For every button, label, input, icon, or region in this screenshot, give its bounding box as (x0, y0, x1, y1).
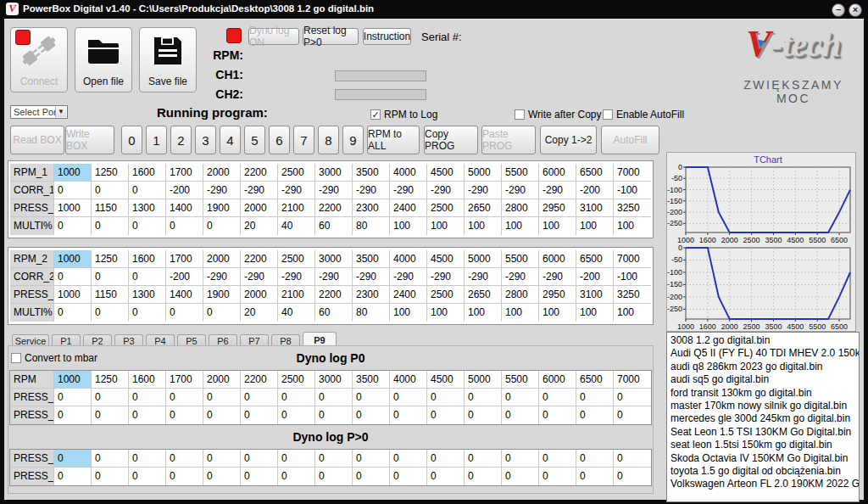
table-cell[interactable]: 1250 (92, 164, 129, 181)
table-cell[interactable]: 0 (390, 450, 427, 467)
table-cell[interactable]: 0 (390, 389, 427, 406)
table-cell[interactable]: 0 (129, 304, 166, 322)
table-cell[interactable]: 1250 (92, 250, 129, 267)
table-cell[interactable]: 1700 (166, 250, 203, 267)
table-cell[interactable]: 3250 (614, 286, 651, 303)
table-cell[interactable]: 1900 (203, 286, 241, 303)
table-cell[interactable]: 0 (353, 468, 390, 485)
table-cell[interactable]: 100 (576, 304, 614, 322)
table-cell[interactable]: 0 (353, 389, 390, 406)
table-cell[interactable]: 0 (427, 406, 465, 424)
table-cell[interactable]: 4500 (427, 371, 465, 388)
table-cell[interactable]: 1000 (54, 371, 92, 388)
table-cell[interactable]: 0 (203, 217, 241, 235)
table-cell[interactable]: 0 (390, 406, 427, 424)
table-cell[interactable]: 0 (539, 389, 576, 406)
write-box-button[interactable]: Write BOX (65, 126, 114, 154)
table-cell[interactable]: 6000 (539, 371, 576, 388)
table-cell[interactable]: 0 (203, 406, 241, 424)
table-cell[interactable]: 3000 (315, 371, 353, 388)
table-cell[interactable]: 0 (576, 468, 614, 485)
table-cell[interactable]: 0 (315, 406, 353, 424)
file-list-item[interactable]: audi sq5 go digital.bin (670, 373, 855, 386)
table-cell[interactable]: 0 (427, 389, 465, 406)
table-cell[interactable]: 6500 (576, 371, 614, 388)
table-cell[interactable]: 0 (92, 468, 129, 485)
title-bar[interactable]: V PowerBox Digital v1.40 - C:\Users\Prod… (0, 0, 868, 19)
table-cell[interactable]: 3500 (353, 371, 390, 388)
table-cell[interactable]: 2500 (278, 164, 315, 181)
rpm-to-all-button[interactable]: RPM to ALL (367, 126, 420, 154)
table-cell[interactable]: 6000 (539, 250, 576, 267)
table-cell[interactable]: -200 (576, 182, 614, 199)
table-cell[interactable]: 0 (166, 450, 203, 467)
table-cell[interactable]: 0 (203, 389, 241, 406)
table-cell[interactable]: -290 (465, 268, 502, 285)
file-list-item[interactable]: audi q8 286km 2023 go digital.bin (670, 361, 855, 373)
table-cell[interactable]: 0 (502, 450, 539, 467)
table-cell[interactable]: -290 (278, 268, 315, 285)
table-cell[interactable]: 100 (390, 304, 427, 322)
digit-button-0[interactable]: 0 (121, 126, 142, 154)
table-cell[interactable]: 20 (241, 217, 278, 235)
table-cell[interactable]: -290 (353, 182, 390, 199)
file-list-item[interactable]: Volkswagen Arteon FL 2.0 190KM 2022 Go D… (670, 478, 855, 490)
table-cell[interactable]: 1000 (54, 164, 92, 181)
table-cell[interactable]: 2200 (241, 371, 278, 388)
table-cell[interactable]: -290 (539, 268, 576, 285)
table-cell[interactable]: 2500 (427, 199, 465, 216)
table-cell[interactable]: 40 (278, 217, 315, 235)
table-cell[interactable]: -290 (315, 182, 353, 199)
read-box-button[interactable]: Read BOX (10, 126, 64, 154)
table-cell[interactable]: 0 (539, 450, 576, 467)
table-cell[interactable]: 1600 (129, 164, 166, 181)
table-cell[interactable]: 2950 (539, 286, 576, 303)
table-cell[interactable]: 1400 (166, 286, 203, 303)
table-cell[interactable]: 100 (539, 217, 576, 235)
table-cell[interactable]: 0 (353, 406, 390, 424)
table-cell[interactable]: 5000 (465, 164, 502, 181)
table-cell[interactable]: 4000 (390, 250, 427, 267)
table-cell[interactable]: 0 (241, 468, 278, 485)
table-cell[interactable]: 7000 (614, 250, 651, 267)
table-cell[interactable]: 1700 (166, 164, 203, 181)
table-cell[interactable]: 1700 (166, 371, 203, 388)
table-cell[interactable]: 0 (278, 450, 315, 467)
table-cell[interactable]: 5000 (465, 250, 502, 267)
table-cell[interactable]: 0 (54, 182, 92, 199)
table-cell[interactable]: 1600 (129, 371, 166, 388)
table-cell[interactable]: 0 (54, 304, 92, 322)
table-cell[interactable]: 60 (315, 304, 353, 322)
table-cell[interactable]: 5500 (502, 164, 539, 181)
table-cell[interactable]: 2650 (465, 199, 502, 216)
table-cell[interactable]: 2200 (315, 286, 353, 303)
table-cell[interactable]: 0 (539, 468, 576, 485)
minimize-button[interactable]: – (832, 3, 845, 17)
table-cell[interactable]: 0 (92, 450, 129, 467)
table-cell[interactable]: 2000 (241, 286, 278, 303)
table-cell[interactable]: 0 (465, 406, 502, 424)
table-cell[interactable]: 100 (390, 217, 427, 235)
table-cell[interactable]: 0 (54, 268, 92, 285)
table-cell[interactable]: 1250 (92, 371, 129, 388)
table-cell[interactable]: 3500 (353, 250, 390, 267)
table-cell[interactable]: 0 (166, 389, 203, 406)
table-cell[interactable]: -290 (278, 182, 315, 199)
table-cell[interactable]: 0 (502, 389, 539, 406)
table-cell[interactable]: 3000 (315, 164, 353, 181)
table-cell[interactable]: 0 (129, 268, 166, 285)
table-cell[interactable]: 0 (465, 468, 502, 485)
table-cell[interactable]: 0 (166, 217, 203, 235)
table-cell[interactable]: 0 (129, 468, 166, 485)
table-cell[interactable]: 0 (427, 468, 465, 485)
table-cell[interactable]: 0 (129, 406, 166, 424)
table-cell[interactable]: 2950 (539, 199, 576, 216)
table-cell[interactable]: 3000 (315, 250, 353, 267)
table-cell[interactable]: 80 (353, 304, 390, 322)
table-cell[interactable]: -290 (390, 182, 427, 199)
table-cell[interactable]: -290 (390, 268, 427, 285)
table-cell[interactable]: 0 (92, 217, 129, 235)
table-cell[interactable]: 1150 (92, 199, 129, 216)
table-cell[interactable]: 1000 (54, 250, 92, 267)
digit-button-7[interactable]: 7 (293, 126, 314, 154)
